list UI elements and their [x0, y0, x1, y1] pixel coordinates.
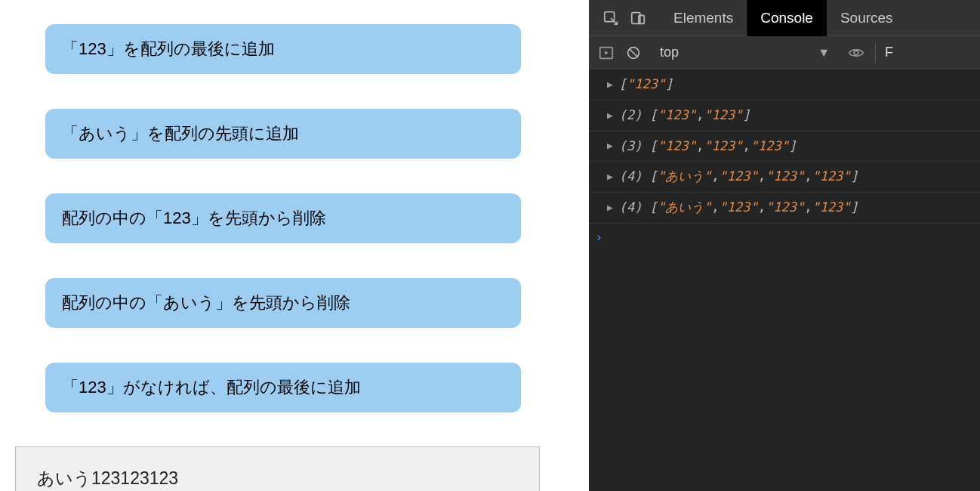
remove-123-start-button[interactable]: 配列の中の「123」を先頭から削除 — [45, 193, 521, 243]
console-log-row[interactable]: ▶(3)["123", "123", "123"] — [589, 131, 980, 162]
sidebar-toggle-icon[interactable] — [598, 45, 615, 61]
separator: , — [804, 199, 812, 217]
remove-aiu-start-button[interactable]: 配列の中の「あいう」を先頭から削除 — [45, 278, 521, 328]
array-length: (4) — [619, 168, 643, 186]
console-log-row[interactable]: ▶(4)["あいう", "123", "123", "123"] — [589, 193, 980, 224]
string-value: "あいう" — [658, 199, 711, 217]
string-value: "123" — [658, 137, 696, 156]
add-123-end-button[interactable]: 「123」を配列の最後に追加 — [45, 24, 521, 74]
tab-sources[interactable]: Sources — [827, 0, 907, 36]
tab-elements[interactable]: Elements — [660, 0, 747, 36]
string-value: "123" — [766, 168, 804, 186]
string-value: "123" — [720, 199, 758, 217]
expand-icon[interactable]: ▶ — [607, 109, 613, 122]
bracket-open: [ — [650, 137, 658, 156]
page-content: 「123」を配列の最後に追加 「あいう」を配列の先頭に追加 配列の中の「123」… — [0, 0, 589, 491]
string-value: "123" — [812, 199, 850, 217]
string-value: "123" — [720, 168, 758, 186]
expand-icon[interactable]: ▶ — [607, 139, 613, 153]
separator: , — [711, 199, 719, 217]
separator: , — [758, 199, 766, 217]
console-log-row[interactable]: ▶(2)["123", "123"] — [589, 100, 980, 131]
string-value: "123" — [766, 199, 804, 217]
context-label: top — [660, 45, 679, 60]
separator: , — [696, 107, 704, 125]
output-box: あいう123123123 — [15, 446, 540, 491]
string-value: "あいう" — [658, 168, 711, 186]
clear-console-icon[interactable] — [625, 45, 642, 61]
filter-input[interactable]: F — [875, 43, 892, 63]
expand-icon[interactable]: ▶ — [607, 170, 613, 184]
string-value: "123" — [704, 107, 742, 125]
string-value: "123" — [627, 76, 665, 94]
bracket-close: ] — [851, 199, 858, 217]
bracket-open: [ — [650, 107, 658, 125]
add-123-if-missing-button[interactable]: 「123」がなければ、配列の最後に追加 — [45, 363, 521, 412]
inspect-icon[interactable] — [602, 10, 619, 26]
console-prompt[interactable]: › — [589, 224, 980, 245]
add-aiu-start-button[interactable]: 「あいう」を配列の先頭に追加 — [45, 109, 521, 159]
live-expression-icon[interactable] — [848, 45, 864, 61]
bracket-close: ] — [665, 76, 673, 94]
array-length: (2) — [619, 107, 643, 125]
bracket-open: [ — [650, 199, 658, 217]
bracket-open: [ — [650, 168, 658, 186]
chevron-down-icon: ▼ — [818, 46, 830, 60]
bracket-close: ] — [789, 137, 797, 156]
context-selector[interactable]: top ▼ — [652, 42, 837, 63]
devtools-tabbar: Elements Console Sources — [589, 0, 980, 36]
console-output[interactable]: ▶["123"]▶(2)["123", "123"]▶(3)["123", "1… — [589, 69, 980, 491]
filter-initial: F — [885, 45, 893, 60]
svg-point-5 — [854, 51, 858, 55]
bracket-close: ] — [851, 168, 858, 186]
expand-icon[interactable]: ▶ — [607, 78, 613, 91]
array-length: (4) — [619, 199, 643, 217]
string-value: "123" — [704, 137, 742, 156]
devtools-panel: Elements Console Sources top ▼ F ▶["123"… — [589, 0, 980, 491]
separator: , — [711, 168, 719, 186]
tab-console[interactable]: Console — [747, 0, 827, 36]
console-log-row[interactable]: ▶["123"] — [589, 69, 980, 100]
separator: , — [804, 168, 812, 186]
separator: , — [742, 137, 750, 156]
string-value: "123" — [812, 168, 850, 186]
console-log-row[interactable]: ▶(4)["あいう", "123", "123", "123"] — [589, 162, 980, 193]
string-value: "123" — [750, 137, 789, 156]
bracket-close: ] — [742, 107, 750, 125]
separator: , — [696, 137, 704, 156]
bracket-open: [ — [619, 76, 627, 94]
output-text: あいう123123123 — [37, 468, 178, 488]
expand-icon[interactable]: ▶ — [607, 201, 613, 215]
device-toggle-icon[interactable] — [630, 10, 646, 26]
string-value: "123" — [658, 107, 696, 125]
separator: , — [758, 168, 766, 186]
array-length: (3) — [619, 137, 643, 156]
console-toolbar: top ▼ F — [589, 36, 980, 69]
